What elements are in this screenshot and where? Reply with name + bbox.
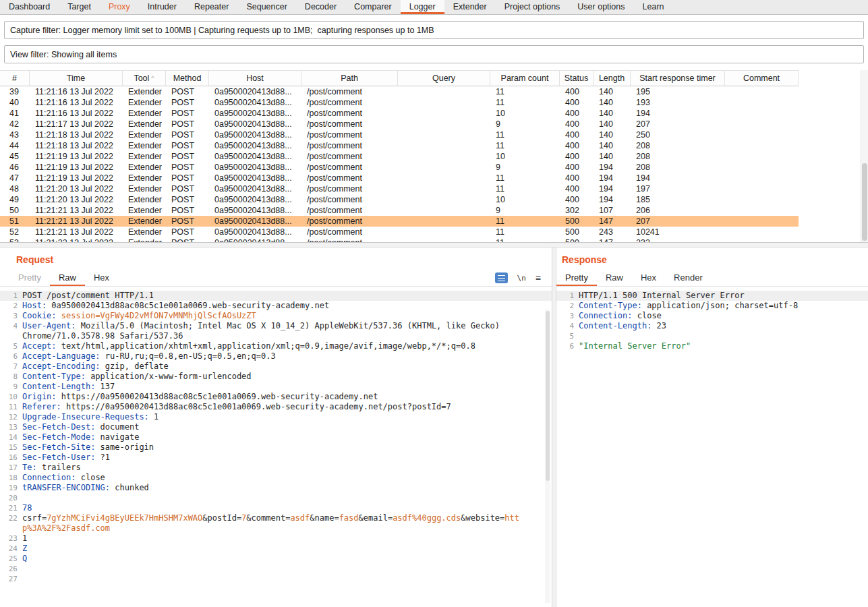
log-row-48[interactable]: 4811:21:20 13 Jul 2022ExtenderPOST0a9500… <box>0 183 799 194</box>
code-line[interactable]: 27 <box>0 574 552 584</box>
main-tab-learn[interactable]: Learn <box>634 0 673 14</box>
column-header-comment[interactable]: Comment <box>725 71 799 86</box>
view-filter-bar[interactable]: View filter: Showing all items <box>4 45 864 63</box>
code-line[interactable]: 19tRANSFER-ENCODING: chunked <box>0 483 552 493</box>
code-line[interactable]: 9Content-Length: 137 <box>0 382 552 392</box>
log-row-39[interactable]: 3911:21:16 13 Jul 2022ExtenderPOST0a9500… <box>0 86 799 97</box>
table-cell: 250 <box>631 130 725 140</box>
code-line[interactable]: 10Origin: https://0a9500020413d88ac08c5c… <box>0 392 552 402</box>
code-line[interactable]: 12Upgrade-Insecure-Requests: 1 <box>0 412 552 422</box>
log-row-44[interactable]: 4411:21:18 13 Jul 2022ExtenderPOST0a9500… <box>0 140 799 151</box>
table-cell: POST <box>166 173 209 183</box>
column-header-method[interactable]: Method <box>166 71 209 86</box>
column-header-path[interactable]: Path <box>301 71 398 86</box>
column-header-time[interactable]: Time <box>30 71 123 86</box>
code-line[interactable]: 13Sec-Fetch-Dest: document <box>0 422 552 432</box>
main-tab-sequencer[interactable]: Sequencer <box>237 0 295 14</box>
code-line[interactable]: 22csrf=7gYzhMCiFvi4gBEyUEEk7HmHSHM7xWAO&… <box>0 513 552 533</box>
scrollbar-thumb[interactable] <box>862 163 867 241</box>
log-row-51[interactable]: 5111:21:21 13 Jul 2022ExtenderPOST0a9500… <box>0 216 799 227</box>
code-line[interactable]: 8Content-Type: application/x-www-form-ur… <box>0 372 552 382</box>
main-tab-logger[interactable]: Logger <box>401 0 444 14</box>
request-scrollbar[interactable] <box>545 310 550 603</box>
log-row-52[interactable]: 5211:21:21 13 Jul 2022ExtenderPOST0a9500… <box>0 227 799 237</box>
main-tab-user-options[interactable]: User options <box>569 0 633 14</box>
log-row-45[interactable]: 4511:21:19 13 Jul 2022ExtenderPOST0a9500… <box>0 151 799 162</box>
response-tab-raw[interactable]: Raw <box>597 269 632 286</box>
table-cell: 11:21:16 13 Jul 2022 <box>30 98 123 107</box>
request-tab-raw[interactable]: Raw <box>50 269 85 286</box>
code-line[interactable]: 17Te: trailers <box>0 463 552 473</box>
request-tab-hex[interactable]: Hex <box>85 269 118 286</box>
capture-filter-bar[interactable]: Capture filter: Logger memory limit set … <box>4 21 864 39</box>
table-vertical-scrollbar[interactable] <box>861 70 868 242</box>
code-line[interactable]: 7Accept-Encoding: gzip, deflate <box>0 362 552 372</box>
code-line[interactable]: 2Host: 0a9500020413d88ac08c5c1e001a0069.… <box>0 301 552 311</box>
code-line[interactable]: 3Cookie: session=VgFWy4D2vMfON7vMNMhjQlS… <box>0 311 552 321</box>
code-line[interactable]: 2Content-Type: application/json; charset… <box>556 301 868 311</box>
log-row-42[interactable]: 4211:21:17 13 Jul 2022ExtenderPOST0a9500… <box>0 119 799 129</box>
horizontal-splitter[interactable] <box>0 242 868 248</box>
main-tab-comparer[interactable]: Comparer <box>345 0 401 14</box>
main-tab-target[interactable]: Target <box>59 0 100 14</box>
code-line[interactable]: 5 <box>556 331 868 341</box>
soft-wrap-icon[interactable] <box>495 272 508 283</box>
code-line[interactable]: 25Q <box>0 554 552 564</box>
code-line[interactable]: 11Referer: https://0a9500020413d88ac08c5… <box>0 402 552 412</box>
request-scrollbar-thumb[interactable] <box>546 311 550 481</box>
response-editor[interactable]: 1HTTP/1.1 500 Internal Server Error2Cont… <box>556 287 868 351</box>
code-line[interactable]: 3Connection: close <box>556 311 868 321</box>
request-editor[interactable]: 1POST /post/comment HTTP/1.12Host: 0a950… <box>0 287 552 584</box>
code-line[interactable]: 4Content-Length: 23 <box>556 321 868 331</box>
log-row-41[interactable]: 4111:21:16 13 Jul 2022ExtenderPOST0a9500… <box>0 108 799 119</box>
table-cell: 49 <box>0 195 30 204</box>
column-header-param-count[interactable]: Param count <box>490 71 560 86</box>
code-line[interactable]: 231 <box>0 533 552 544</box>
log-row-43[interactable]: 4311:21:18 13 Jul 2022ExtenderPOST0a9500… <box>0 129 799 140</box>
column-header-host[interactable]: Host <box>209 71 301 86</box>
log-row-50[interactable]: 5011:21:21 13 Jul 2022ExtenderPOST0a9500… <box>0 205 799 216</box>
code-line[interactable]: 4User-Agent: Mozilla/5.0 (Macintosh; Int… <box>0 321 552 341</box>
code-line[interactable]: 2178 <box>0 503 552 513</box>
code-line[interactable]: 14Sec-Fetch-Mode: navigate <box>0 432 552 442</box>
log-row-53[interactable]: 5311:21:22 13 Jul 2022ExtenderPOST0a9500… <box>0 237 799 242</box>
log-row-47[interactable]: 4711:21:19 13 Jul 2022ExtenderPOST0a9500… <box>0 173 799 183</box>
code-line[interactable]: 6"Internal Server Error" <box>556 341 868 351</box>
code-line[interactable]: 18Connection: close <box>0 473 552 483</box>
code-line[interactable]: 24Z <box>0 544 552 554</box>
newline-marker-icon[interactable]: \n <box>517 274 526 283</box>
log-row-40[interactable]: 4011:21:16 13 Jul 2022ExtenderPOST0a9500… <box>0 97 799 108</box>
table-cell: 400 <box>560 141 594 150</box>
column-header-status[interactable]: Status <box>560 71 594 86</box>
code-line[interactable]: 6Accept-Language: ru-RU,ru;q=0.8,en-US;q… <box>0 351 552 362</box>
code-line[interactable]: 1POST /post/comment HTTP/1.1 <box>0 291 552 301</box>
main-tab-proxy[interactable]: Proxy <box>100 0 139 14</box>
code-line[interactable]: 15Sec-Fetch-Site: same-origin <box>0 442 552 453</box>
editor-menu-icon[interactable]: ≡ <box>536 273 541 283</box>
response-tab-hex[interactable]: Hex <box>632 269 665 286</box>
main-tab-extender[interactable]: Extender <box>444 0 496 14</box>
code-line[interactable]: 5Accept: text/html,application/xhtml+xml… <box>0 341 552 351</box>
code-line[interactable]: 16Sec-Fetch-User: ?1 <box>0 453 552 463</box>
main-tab-project-options[interactable]: Project options <box>496 0 569 14</box>
main-tab-dashboard[interactable]: Dashboard <box>0 0 59 14</box>
column-header-[interactable]: # <box>0 71 30 86</box>
column-header-start-response-timer[interactable]: Start response timer <box>631 71 725 86</box>
log-row-46[interactable]: 4611:21:19 13 Jul 2022ExtenderPOST0a9500… <box>0 162 799 173</box>
main-tab-decoder[interactable]: Decoder <box>296 0 345 14</box>
response-tab-pretty[interactable]: Pretty <box>556 269 597 286</box>
code-line[interactable]: 1HTTP/1.1 500 Internal Server Error <box>556 291 868 301</box>
table-cell: 0a9500020413d88... <box>209 87 301 96</box>
main-tab-intruder[interactable]: Intruder <box>139 0 185 14</box>
column-header-query[interactable]: Query <box>398 71 490 86</box>
code-line[interactable]: 26 <box>0 564 552 574</box>
column-header-length[interactable]: Length <box>594 71 631 86</box>
column-header-tool[interactable]: Tool^ <box>123 71 166 86</box>
panel-splitter[interactable] <box>552 248 556 607</box>
response-tab-render[interactable]: Render <box>665 269 712 286</box>
log-row-49[interactable]: 4911:21:20 13 Jul 2022ExtenderPOST0a9500… <box>0 194 799 205</box>
table-cell: POST <box>166 98 209 107</box>
table-cell: /post/comment <box>301 173 398 183</box>
main-tab-repeater[interactable]: Repeater <box>185 0 237 14</box>
code-line[interactable]: 20 <box>0 493 552 503</box>
